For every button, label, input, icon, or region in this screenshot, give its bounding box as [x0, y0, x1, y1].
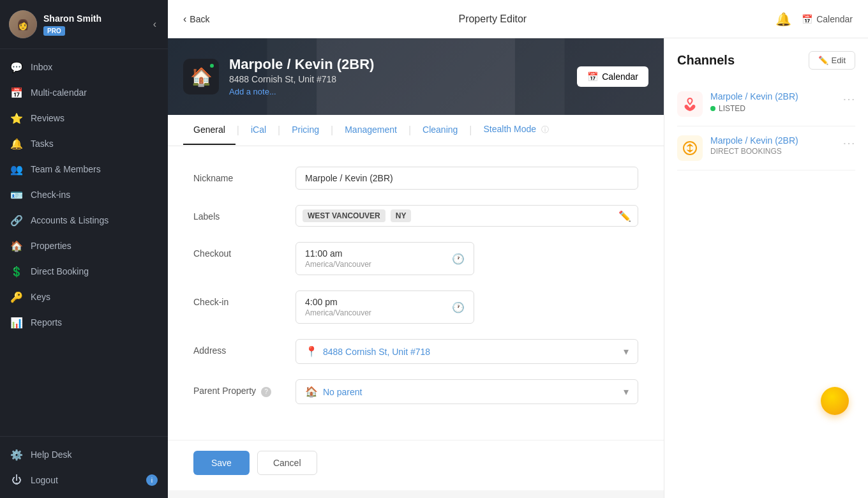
sidebar-toggle[interactable]: ‹ — [151, 16, 159, 33]
tab-cleaning[interactable]: Cleaning — [412, 116, 468, 145]
topbar-actions: 🔔 📅 Calendar — [775, 11, 853, 27]
status-text-listed: LISTED — [719, 104, 745, 113]
checkin-label: Check-in — [193, 290, 296, 307]
tab-management[interactable]: Management — [334, 116, 407, 145]
tab-pricing[interactable]: Pricing — [281, 116, 329, 145]
sidebar: 👩 Sharon Smith PRO ‹ 💬 Inbox 📅 Multi-cal… — [0, 0, 168, 498]
airbnb-logo — [677, 91, 703, 117]
direct-channel-name[interactable]: Marpole / Kevin (2BR) — [710, 135, 842, 146]
property-panel: 🏠 Marpole / Kevin (2BR) 8488 Cornish St,… — [168, 38, 664, 498]
channel-item-direct: Marpole / Kevin (2BR) DIRECT BOOKINGS ⋯ — [677, 126, 855, 170]
label-tag-ny: NY — [391, 209, 412, 222]
channel-details-airbnb: Marpole / Kevin (2BR) LISTED — [710, 91, 842, 113]
channel-menu-icon[interactable]: ⋯ — [842, 91, 855, 107]
sidebar-item-tasks[interactable]: 🔔 Tasks — [0, 131, 168, 156]
sidebar-item-reports[interactable]: 📊 Reports — [0, 310, 168, 335]
sidebar-item-inbox[interactable]: 💬 Inbox — [0, 54, 168, 80]
info-badge: i — [146, 474, 158, 486]
property-header: 🏠 Marpole / Kevin (2BR) 8488 Cornish St,… — [168, 38, 664, 115]
main-content: ‹ Back Property Editor 🔔 📅 Calendar 🏠 Ma… — [168, 0, 868, 498]
property-address: 8488 Cornish St, Unit #718 — [229, 74, 577, 84]
sidebar-item-label: Reports — [31, 317, 62, 328]
notification-bell-icon[interactable]: 🔔 — [775, 11, 791, 27]
form-actions: Save Cancel — [168, 440, 664, 490]
labels-field: WEST VANCOUVER NY ✏️ — [296, 205, 638, 227]
address-field: 📍 8488 Cornish St, Unit #718 ▾ — [296, 339, 638, 364]
calendar-icon: 📅 — [10, 86, 23, 99]
sidebar-item-helpdesk[interactable]: ⚙️ Help Desk — [0, 442, 168, 467]
chevron-down-icon: ▾ — [624, 345, 629, 358]
label-tag-west-vancouver: WEST VANCOUVER — [303, 209, 385, 222]
checkin-field: 4:00 pm America/Vancouver 🕐 — [296, 290, 638, 324]
sidebar-item-reviews[interactable]: ⭐ Reviews — [0, 105, 168, 131]
sidebar-item-team[interactable]: 👥 Team & Members — [0, 156, 168, 182]
help-icon[interactable]: ? — [261, 387, 271, 397]
no-parent-value: No parent — [323, 387, 618, 397]
parent-property-field: 🏠 No parent ▾ — [296, 379, 638, 404]
labels-edit-icon[interactable]: ✏️ — [618, 210, 631, 222]
channel-menu-icon-direct[interactable]: ⋯ — [842, 135, 855, 151]
sidebar-item-label: Keys — [31, 292, 50, 302]
edit-icon: ✏️ — [818, 56, 828, 65]
map-pin-icon: 📍 — [305, 345, 318, 358]
tabs-bar: General | iCal | Pricing | Management | … — [168, 115, 664, 146]
tab-stealth[interactable]: Stealth Mode ⓘ — [474, 115, 559, 146]
floating-orb[interactable] — [821, 387, 849, 415]
property-calendar-button[interactable]: 📅 Calendar — [577, 66, 648, 87]
avatar: 👩 — [9, 10, 37, 38]
back-button[interactable]: ‹ Back — [183, 13, 209, 25]
sidebar-item-label: Team & Members — [31, 164, 101, 174]
property-icon: 🏠 — [183, 59, 219, 94]
clock-icon-2: 🕐 — [452, 301, 465, 313]
checkout-field: 11:00 am America/Vancouver 🕐 — [296, 242, 638, 275]
tab-general[interactable]: General — [183, 116, 236, 145]
user-name: Sharon Smith — [43, 13, 151, 24]
page-title: Property Editor — [209, 13, 775, 25]
gear-icon: ⚙️ — [10, 448, 23, 461]
cancel-button[interactable]: Cancel — [257, 451, 317, 475]
checkin-time-input[interactable]: 4:00 pm America/Vancouver 🕐 — [296, 290, 474, 324]
chart-icon: 📊 — [10, 316, 23, 329]
sidebar-item-label: Help Desk — [31, 449, 72, 460]
checkout-label: Checkout — [193, 242, 296, 259]
content-area: 🏠 Marpole / Kevin (2BR) 8488 Cornish St,… — [168, 38, 868, 498]
checkout-row: Checkout 11:00 am America/Vancouver 🕐 — [193, 242, 638, 275]
tab-ical[interactable]: iCal — [241, 116, 276, 145]
checkout-time-value: 11:00 am — [305, 248, 371, 259]
airbnb-channel-name[interactable]: Marpole / Kevin (2BR) — [710, 91, 842, 102]
logout-icon: ⏻ — [10, 474, 23, 487]
nickname-label: Nickname — [193, 167, 296, 183]
sidebar-item-multi-calendar[interactable]: 📅 Multi-calendar — [0, 80, 168, 105]
channel-details-direct: Marpole / Kevin (2BR) DIRECT BOOKINGS — [710, 135, 842, 156]
sidebar-item-label: Tasks — [31, 139, 54, 149]
key-icon: 🔑 — [10, 290, 23, 303]
calendar-button[interactable]: 📅 Calendar — [802, 14, 853, 24]
property-info: Marpole / Kevin (2BR) 8488 Cornish St, U… — [229, 56, 577, 97]
checkin-icon: 🪪 — [10, 188, 23, 201]
direct-logo — [677, 135, 703, 161]
channel-type-direct: DIRECT BOOKINGS — [710, 147, 842, 156]
sidebar-item-keys[interactable]: 🔑 Keys — [0, 284, 168, 310]
sidebar-item-label: Direct Booking — [31, 266, 89, 276]
sidebar-item-logout[interactable]: ⏻ Logout i — [0, 467, 168, 493]
sidebar-item-accounts[interactable]: 🔗 Accounts & Listings — [0, 207, 168, 233]
sidebar-item-checkins[interactable]: 🪪 Check-ins — [0, 182, 168, 207]
address-row: Address 📍 8488 Cornish St, Unit #718 ▾ — [193, 339, 638, 364]
nickname-input[interactable] — [296, 167, 638, 190]
sidebar-item-label: Reviews — [31, 113, 64, 123]
avatar-image: 👩 — [9, 10, 37, 38]
sidebar-bottom: ⚙️ Help Desk ⏻ Logout i — [0, 436, 168, 498]
sidebar-item-properties[interactable]: 🏠 Properties — [0, 233, 168, 259]
add-note-link[interactable]: Add a note... — [229, 87, 276, 96]
address-select[interactable]: 📍 8488 Cornish St, Unit #718 ▾ — [296, 339, 638, 364]
chevron-left-icon: ‹ — [183, 13, 186, 25]
labels-input[interactable]: WEST VANCOUVER NY ✏️ — [296, 205, 638, 227]
sidebar-item-direct-booking[interactable]: 💲 Direct Booking — [0, 259, 168, 284]
save-button[interactable]: Save — [193, 451, 250, 475]
parent-property-select[interactable]: 🏠 No parent ▾ — [296, 379, 638, 404]
checkin-time-value: 4:00 pm — [305, 297, 371, 307]
parent-property-row: Parent Property ? 🏠 No parent ▾ — [193, 379, 638, 404]
channels-edit-button[interactable]: ✏️ Edit — [809, 51, 855, 70]
checkout-time-input[interactable]: 11:00 am America/Vancouver 🕐 — [296, 242, 474, 275]
calendar-icon: 📅 — [802, 14, 812, 24]
